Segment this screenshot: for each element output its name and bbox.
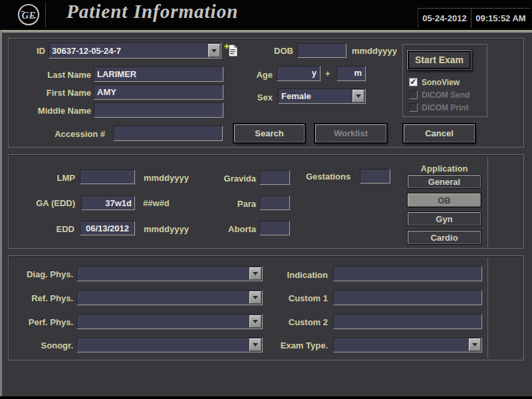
chevron-down-icon [253,296,258,299]
first-name-input[interactable] [94,84,223,100]
sonogr-dropdown-button[interactable] [249,338,261,351]
dicom-send-checkbox[interactable] [409,90,418,99]
sex-dropdown-button[interactable] [352,90,364,102]
application-button-general[interactable]: General [408,175,481,188]
custom1-input[interactable] [333,290,482,305]
application-button-ob[interactable]: OB [408,194,481,207]
ga-edd-label: GA (EDD) [29,198,75,208]
id-combobox[interactable]: 30637-12-05-24-7 [49,43,221,59]
sex-label: Sex [251,92,273,102]
worklist-button[interactable]: Worklist [315,124,386,142]
time-display: 09:15:52 AM [471,9,530,28]
age-months-unit: m [354,68,362,78]
accession-label: Accession # [39,129,105,139]
age-years-input[interactable]: y [277,66,321,81]
age-label: Age [251,70,273,80]
aborta-label: Aborta [216,224,256,234]
gravida-input[interactable] [259,170,290,185]
edd-input[interactable] [80,221,135,235]
edd-label: EDD [41,224,74,234]
gestations-input[interactable] [360,169,390,184]
accession-input[interactable] [113,126,223,141]
title-bar: GE Patient Information 05-24-2012 09:15:… [0,0,532,30]
diag-phys-dropdown-button[interactable] [249,267,261,280]
application-divider [487,157,488,247]
aborta-input[interactable] [259,221,290,235]
ge-logo-icon: GE [17,3,40,26]
ref-phys-combobox[interactable] [76,290,263,305]
dob-format-hint: mmddyyyy [352,46,397,56]
exam-type-label: Exam Type. [275,340,328,350]
date-display: 05-24-2012 [418,9,471,28]
age-plus-separator: + [325,68,331,78]
datetime-display: 05-24-2012 09:15:52 AM [418,8,530,28]
check-icon: ✓ [410,78,417,86]
perf-phys-dropdown-button[interactable] [249,315,261,328]
perf-phys-combobox[interactable] [76,314,263,329]
indication-input[interactable] [333,266,482,281]
dicom-print-checkbox-label: DICOM Print [422,103,469,112]
id-dropdown-button[interactable] [208,44,220,57]
new-patient-icon[interactable] [224,42,240,59]
lmp-format-hint: mmddyyyy [144,173,189,183]
start-exam-button[interactable]: Start Exam [407,50,471,70]
search-button[interactable]: Search [234,124,305,142]
dicom-print-checkbox[interactable] [409,103,418,112]
chevron-down-icon [253,272,258,275]
custom1-label: Custom 1 [279,293,328,303]
perf-phys-label: Perf. Phys. [19,317,73,327]
middle-name-label: Middle Name [25,106,91,116]
id-label: ID [20,46,45,56]
custom2-input[interactable] [333,314,482,329]
age-months-input[interactable]: m [336,66,366,81]
diag-phys-combobox[interactable] [76,266,263,281]
indication-label: Indication [279,270,328,280]
ga-format-hint: ##w#d [143,198,170,208]
sex-combobox[interactable]: Female [278,88,366,104]
ref-phys-dropdown-button[interactable] [249,291,261,304]
para-label: Para [216,199,256,209]
last-name-input[interactable] [94,66,223,82]
middle-name-input[interactable] [94,102,223,118]
para-input[interactable] [259,196,290,210]
lmp-input[interactable] [80,170,135,184]
application-button-gyn[interactable]: Gyn [408,212,481,225]
exam-type-dropdown-button[interactable] [469,338,481,351]
dob-label: DOB [261,46,293,56]
sonoview-checkbox[interactable]: ✓ [409,78,418,86]
exam-type-combobox[interactable] [333,337,482,352]
custom2-label: Custom 2 [279,317,328,327]
chevron-down-icon [472,343,477,346]
sonogr-combobox[interactable] [76,337,263,352]
ref-phys-label: Ref. Phys. [19,293,73,303]
first-name-label: First Name [38,88,91,98]
id-value: 30637-12-05-24-7 [52,46,121,56]
sonogr-label: Sonogr. [19,340,73,350]
diag-phys-label: Diag. Phys. [19,269,73,279]
age-years-unit: y [312,68,317,78]
edd-format-hint: mmddyyyy [144,224,189,234]
titlebar-divider [45,2,46,28]
patient-information-screen: { "colors": { "panel_bg": "#38383c", "fi… [0,0,532,399]
dob-input[interactable] [297,43,346,58]
application-button-cardio[interactable]: Cardio [408,231,481,244]
chevron-down-icon [253,343,258,346]
lmp-label: LMP [42,173,75,183]
chevron-down-icon [211,49,217,53]
exam-column-divider [487,258,488,358]
cancel-button[interactable]: Cancel [404,124,475,142]
sex-value: Female [281,91,311,101]
ga-edd-input[interactable] [81,196,135,210]
last-name-label: Last Name [38,70,91,80]
gestations-label: Gestations [306,172,355,182]
dicom-send-checkbox-label: DICOM Send [422,90,470,100]
page-title: Patient Information [66,1,238,23]
application-label: Application [418,164,471,174]
chevron-down-icon [356,94,361,98]
chevron-down-icon [253,320,258,323]
sonoview-checkbox-label: SonoView [422,78,460,87]
gravida-label: Gravida [216,174,256,184]
